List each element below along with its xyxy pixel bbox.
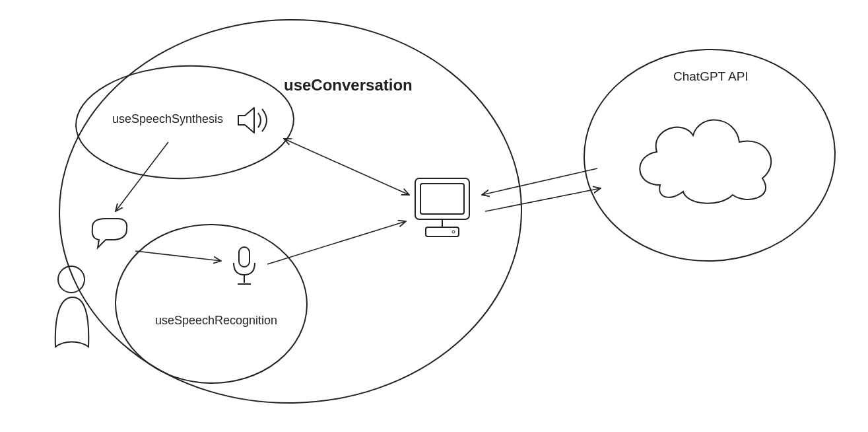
arrow-computer-synthesis xyxy=(284,139,409,195)
arrow-computer-api-bottom xyxy=(485,188,601,211)
svg-point-8 xyxy=(452,231,455,233)
svg-rect-1 xyxy=(239,247,250,267)
speaker-icon xyxy=(234,102,274,139)
arrow-synthesis-to-user xyxy=(116,142,168,211)
arrow-computer-api-top xyxy=(482,168,597,195)
api-label: ChatGPT API xyxy=(673,69,749,84)
user-icon xyxy=(46,261,99,353)
speech-bubble-icon xyxy=(86,215,132,254)
computer-icon xyxy=(406,172,479,244)
svg-rect-5 xyxy=(420,184,464,214)
microphone-icon xyxy=(228,244,261,291)
arrow-mic-to-computer xyxy=(267,221,406,264)
cloud-icon xyxy=(627,99,792,211)
svg-point-0 xyxy=(58,266,84,293)
arrow-user-to-mic xyxy=(135,251,221,261)
synthesis-label: useSpeechSynthesis xyxy=(112,112,223,126)
svg-rect-4 xyxy=(415,178,469,219)
svg-rect-7 xyxy=(426,227,459,236)
conversation-label: useConversation xyxy=(284,76,413,94)
recognition-label: useSpeechRecognition xyxy=(155,314,277,328)
